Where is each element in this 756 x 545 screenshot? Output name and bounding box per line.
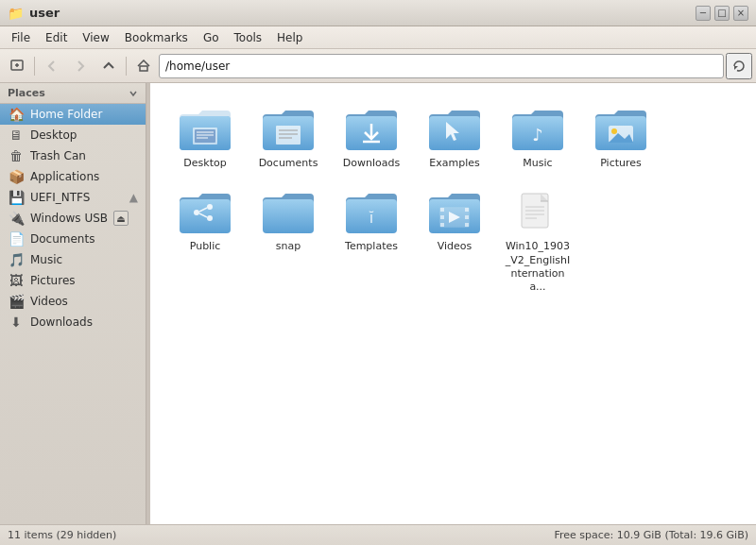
sidebar-item-uefi[interactable]: 💾 UEFI_NTFS ▲ — [0, 187, 146, 208]
documents-icon: 📄 — [8, 231, 25, 247]
svg-rect-3 — [140, 66, 147, 71]
svg-rect-26 — [440, 208, 444, 212]
file-item-snap[interactable]: snap — [250, 183, 326, 299]
documents-label: Documents — [259, 157, 318, 170]
file-item-examples[interactable]: Examples — [417, 100, 492, 176]
sidebar-item-downloads[interactable]: ⬇ Downloads — [0, 312, 146, 332]
file-item-downloads[interactable]: Downloads — [334, 100, 409, 176]
sidebar-item-pictures[interactable]: 🖼 Pictures — [0, 270, 146, 291]
menu-tools[interactable]: Tools — [227, 29, 270, 46]
menu-edit[interactable]: Edit — [38, 29, 75, 46]
toolbar-sep2 — [126, 57, 127, 76]
item-count: 11 items (29 hidden) — [8, 529, 116, 541]
sidebar-toggle-icon — [129, 89, 138, 98]
file-item-music[interactable]: ♪ Music — [500, 100, 576, 176]
menu-go[interactable]: Go — [196, 29, 227, 46]
file-item-videos[interactable]: Videos — [417, 183, 492, 299]
svg-point-21 — [207, 215, 213, 221]
sidebar-label-winusb: Windows USB — [30, 212, 108, 225]
desktop-label: Desktop — [183, 157, 226, 170]
videos-icon: 🎬 — [8, 294, 25, 309]
applications-icon: 📦 — [8, 169, 25, 184]
sidebar-item-applications[interactable]: 📦 Applications — [0, 166, 146, 187]
pictures-label: Pictures — [600, 157, 642, 170]
downloads-folder-icon — [343, 106, 400, 153]
new-tab-button[interactable] — [4, 53, 30, 79]
sidebar-item-music[interactable]: 🎵 Music — [0, 249, 146, 270]
svg-point-18 — [611, 128, 617, 134]
location-text: /home/user — [165, 60, 230, 73]
sidebar-label-videos: Videos — [30, 295, 68, 308]
templates-folder-icon: ĭ — [343, 189, 400, 236]
sidebar-label-home: Home Folder — [30, 108, 102, 121]
svg-point-19 — [194, 210, 199, 215]
svg-rect-28 — [440, 223, 444, 227]
win10-file-icon — [509, 189, 566, 236]
file-item-public[interactable]: Public — [167, 183, 243, 299]
file-item-templates[interactable]: ĭ Templates — [334, 183, 409, 299]
minimize-button[interactable]: − — [696, 6, 711, 21]
svg-rect-27 — [440, 215, 444, 219]
back-button[interactable] — [39, 53, 65, 79]
file-item-pictures[interactable]: Pictures — [583, 100, 659, 176]
sidebar-item-winusb[interactable]: 🔌 Windows USB ⏏ — [0, 208, 146, 229]
svg-point-20 — [207, 204, 213, 210]
location-bar[interactable]: /home/user — [159, 54, 724, 78]
toolbar-sep1 — [34, 57, 35, 76]
trash-icon: 🗑 — [8, 148, 25, 163]
public-label: Public — [190, 240, 221, 253]
svg-rect-5 — [195, 129, 215, 143]
sidebar-label-downloads: Downloads — [30, 315, 93, 329]
maximize-button[interactable]: □ — [714, 6, 730, 21]
menu-view[interactable]: View — [75, 29, 116, 46]
free-space: Free space: 10.9 GiB (Total: 19.6 GiB) — [554, 529, 748, 541]
forward-button[interactable] — [67, 53, 94, 79]
app-icon: 📁 — [8, 6, 24, 21]
sidebar-header: Places — [0, 83, 146, 104]
winusb-eject-button[interactable]: ⏏ — [113, 211, 129, 226]
file-item-desktop[interactable]: Desktop — [167, 100, 243, 176]
sidebar-label-uefi: UEFI_NTFS — [30, 191, 90, 204]
snap-label: snap — [276, 240, 301, 253]
titlebar-controls: − □ × — [696, 6, 748, 21]
file-area: Desktop — [150, 83, 756, 524]
sidebar-item-videos[interactable]: 🎬 Videos — [0, 291, 146, 312]
menu-file[interactable]: File — [4, 29, 38, 46]
svg-text:ĭ: ĭ — [369, 209, 374, 227]
examples-label: Examples — [429, 157, 479, 170]
menu-bookmarks[interactable]: Bookmarks — [117, 29, 196, 46]
home-button[interactable] — [130, 53, 157, 79]
sidebar-label-music: Music — [30, 253, 62, 266]
close-button[interactable]: × — [733, 6, 748, 21]
sidebar: Places 🏠 Home Folder 🖥 Desktop 🗑 Trash C… — [0, 83, 146, 524]
sidebar-title: Places — [8, 87, 45, 99]
sidebar-item-desktop[interactable]: 🖥 Desktop — [0, 125, 146, 145]
file-item-win10[interactable]: Win10_1903_V2_EnglishInternation a... — [500, 183, 576, 299]
videos-label: Videos — [438, 240, 472, 253]
sidebar-label-applications: Applications — [30, 170, 99, 183]
reload-button[interactable] — [726, 53, 752, 79]
win10-label: Win10_1903_V2_EnglishInternation a... — [504, 240, 572, 294]
documents-folder-icon — [260, 106, 317, 153]
toolbar: /home/user — [0, 49, 756, 83]
downloads-sidebar-icon: ⬇ — [8, 315, 25, 330]
menu-help[interactable]: Help — [269, 29, 310, 46]
desktop-icon: 🖥 — [8, 128, 25, 143]
titlebar: 📁 user − □ × — [0, 0, 756, 26]
svg-text:♪: ♪ — [532, 125, 543, 145]
pictures-icon: 🖼 — [8, 273, 25, 288]
sidebar-item-home[interactable]: 🏠 Home Folder — [0, 104, 146, 125]
sidebar-item-trash[interactable]: 🗑 Trash Can — [0, 145, 146, 166]
home-icon: 🏠 — [8, 107, 25, 122]
file-item-documents[interactable]: Documents — [250, 100, 326, 176]
uefi-eject-arrow: ▲ — [129, 191, 138, 204]
menubar: File Edit View Bookmarks Go Tools Help — [0, 26, 756, 49]
main-area: Places 🏠 Home Folder 🖥 Desktop 🗑 Trash C… — [0, 83, 756, 524]
snap-folder-icon — [260, 189, 317, 236]
sidebar-label-trash: Trash Can — [30, 149, 86, 162]
sidebar-item-documents[interactable]: 📄 Documents — [0, 229, 146, 249]
sidebar-label-documents: Documents — [30, 232, 94, 246]
svg-rect-29 — [465, 208, 469, 212]
up-button[interactable] — [95, 53, 122, 79]
videos-folder-icon — [426, 189, 483, 236]
